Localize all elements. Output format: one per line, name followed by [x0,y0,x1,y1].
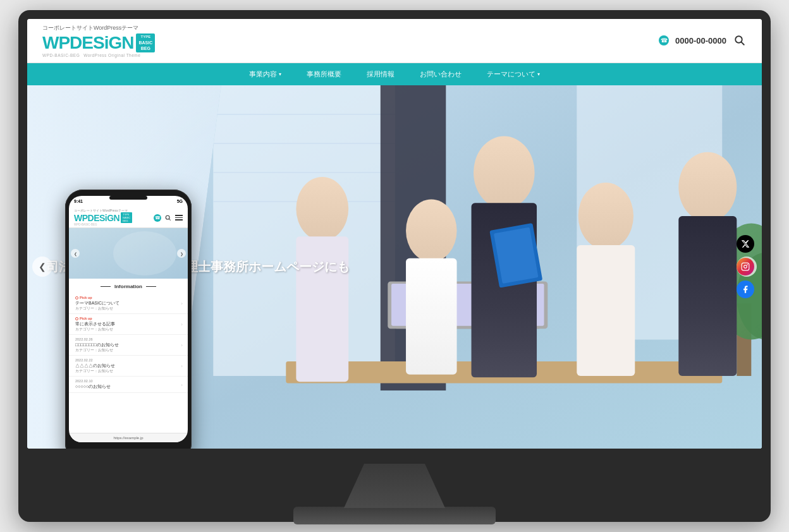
logo-wp-sub: WordPress Original Theme [83,53,140,57]
phone-screen: 9:41 5G コーポレートサイトWordPressテーマ WPDESiGN [69,196,188,442]
list-item-cat-4: カテゴリー：お知らせ [75,369,181,373]
chevron-right-icon-2: › [181,322,183,327]
svg-point-31 [747,264,748,265]
phone-call-icon: ☎ [154,214,161,222]
carousel-prev-button[interactable]: ❮ [32,257,52,277]
svg-rect-18 [679,216,737,376]
header-left: コーポレートサイトWordPressテーマ WPDESiGN TYPE BASI… [42,24,155,57]
list-item[interactable]: Pick up テーマBASICについて カテゴリー：お知らせ › [69,293,188,314]
phone-number: 0000-00-0000 [675,36,726,45]
phone-hero-bg [69,228,188,279]
social-sidebar [737,235,754,298]
pickup-dot-2 [75,317,78,320]
svg-point-30 [744,265,747,269]
logo-sub: WPD-BASIC-BEG [42,53,80,57]
phone-hero: ❮ ❯ [69,228,188,279]
chevron-right-icon-3: › [181,342,183,348]
information-label: Information [114,284,142,289]
nav-item-business[interactable]: 事業内容 ▾ [236,63,294,85]
chevron-down-icon: ▾ [279,71,281,77]
phone-search-icon [164,214,172,222]
svg-point-25 [297,177,349,241]
logo-text: WPDESiGN [42,34,133,52]
search-button[interactable] [733,33,747,47]
phone-signal: 5G [177,199,183,203]
phone-symbol: ☎ [661,37,668,44]
list-item[interactable]: 2022.02.22 △△△△のお知らせ カテゴリー：お知らせ › [69,356,188,377]
list-item-date-4: 2022.02.22 [75,358,181,362]
phone-carousel-prev[interactable]: ❮ [71,249,80,258]
list-item-cat-3: カテゴリー：お知らせ [75,348,181,353]
list-item-title-1: テーマBASICについて [75,300,181,306]
list-item-cat-2: カテゴリー：お知らせ [75,327,181,332]
pickup-tag-2: Pick up [75,317,181,320]
facebook-button[interactable] [737,281,754,298]
svg-point-32 [166,215,169,219]
logo-type-v1: BASIC [138,40,152,45]
phone-carousel-next[interactable]: ❯ [177,249,186,258]
phone-logo-row: WPDESiGN TYPEBASICBEG ☎ [74,212,183,223]
svg-line-33 [169,219,171,221]
phone-header: コーポレートサイトWordPressテーマ WPDESiGN TYPEBASIC… [69,206,188,228]
site-header: コーポレートサイトWordPressテーマ WPDESiGN TYPE BASI… [27,19,762,63]
list-item[interactable]: 2022.02.10 ○○○○○のお知らせ › [69,377,188,393]
svg-rect-20 [577,245,635,376]
logo-type-label: TYPE [138,35,152,40]
nav-item-office[interactable]: 事務所概要 [294,63,354,85]
header-tagline: コーポレートサイトWordPressテーマ [42,24,155,32]
list-item-cat-1: カテゴリー：お知らせ [75,306,181,311]
chevron-right-icon-5: › [181,382,183,387]
logo-type-box: TYPE BASIC BEG [136,33,155,52]
twitter-x-button[interactable] [737,235,754,253]
phone-shell: 9:41 5G コーポレートサイトWordPressテーマ WPDESiGN [65,190,192,449]
website: コーポレートサイトWordPressテーマ WPDESiGN TYPE BASI… [27,19,762,449]
header-right: ☎ 0000-00-0000 [659,33,747,47]
svg-rect-24 [406,258,457,375]
instagram-button[interactable] [737,258,754,275]
phone-time: 9:41 [74,199,83,203]
info-dash-right [146,286,156,287]
monitor-stand [27,449,762,531]
list-item[interactable]: 2022.02.26 □□□□□□□□のお知らせ カテゴリー：お知らせ › [69,335,188,356]
pickup-dot-1 [75,296,78,299]
phone-icon: ☎ [659,35,669,45]
phone-overlay: 9:41 5G コーポレートサイトWordPressテーマ WPDESiGN [65,190,192,449]
logo-main: WPDESiGN TYPE BASIC BEG [42,33,155,52]
phone-menu-icon[interactable] [175,214,183,222]
info-dash-left [101,286,111,287]
phone-info-header: Information [69,284,188,289]
svg-line-1 [742,42,744,45]
list-item-title-3: □□□□□□□□のお知らせ [75,342,181,348]
phone-logo-text: WPDESiGN [74,213,119,223]
svg-rect-29 [742,263,749,271]
svg-point-17 [679,152,737,222]
nav-item-recruit[interactable]: 採用情報 [354,63,407,85]
chevron-right-icon-4: › [181,363,183,369]
list-item[interactable]: Pick up 常に表示させる記事 カテゴリー：お知らせ › [69,314,188,335]
hero-section: 司法書士・行政書士・税理士事務所ホームページにも ❮ ❯ [27,85,762,449]
logo-type-v2: BEG [138,45,152,51]
monitor-foot [293,507,496,524]
nav-item-contact[interactable]: お問い合わせ [407,63,474,85]
svg-point-19 [578,183,633,250]
phone-logo-sub: WPD-BASIC-BEG [74,223,183,226]
phone-notch [109,196,147,200]
phone-url-bar: https://example.jp [69,433,188,442]
svg-point-35 [113,231,176,275]
chevron-right-icon-1: › [181,301,183,306]
list-item-title-2: 常に表示させる記事 [75,321,181,327]
list-item-date-5: 2022.02.10 [75,379,181,383]
list-item-title-4: △△△△のお知らせ [75,363,181,369]
phone-logo-badge: TYPEBASICBEG [121,212,132,223]
nav-item-theme[interactable]: テーマについて ▾ [474,63,553,85]
phone-url: https://example.jp [113,436,143,440]
site-nav: 事業内容 ▾ 事務所概要 採用情報 お問い合わせ テーマについて ▾ [27,63,762,85]
chevron-down-icon-2: ▾ [537,71,540,77]
list-item-title-5: ○○○○○のお知らせ [75,384,181,390]
svg-point-21 [474,136,535,209]
pickup-tag-1: Pick up [75,296,181,299]
list-item-date-3: 2022.02.26 [75,337,181,341]
header-logo-area: WPDESiGN TYPE BASIC BEG [42,33,155,52]
monitor-screen: コーポレートサイトWordPressテーマ WPDESiGN TYPE BASI… [27,19,762,449]
svg-point-23 [406,200,457,262]
